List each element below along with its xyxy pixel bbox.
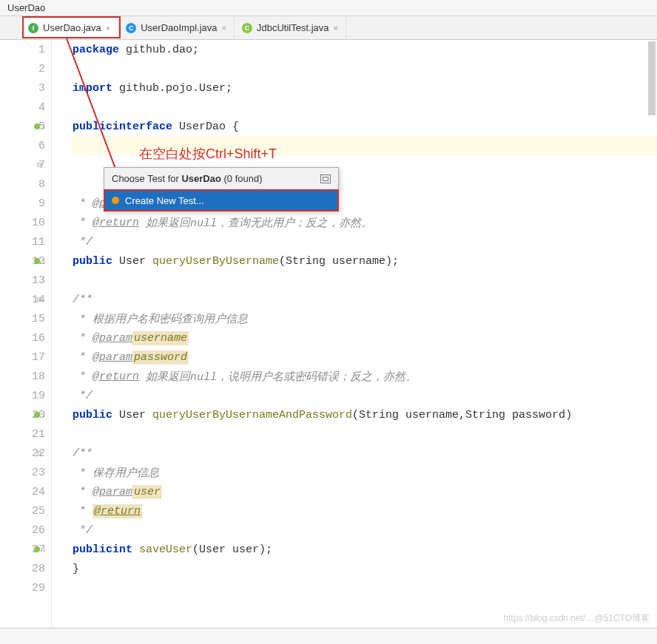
code-content[interactable]: package github.dao; import github.pojo.U… bbox=[52, 40, 657, 628]
method-name: queryUserByUsername bbox=[152, 255, 279, 268]
editor-tabs: I UserDao.java × C UserDaoImpl.java × C … bbox=[0, 16, 657, 40]
doc-tag: @param bbox=[92, 351, 132, 364]
comment: */ bbox=[73, 390, 92, 402]
code-text: (String username,String password) bbox=[352, 409, 572, 421]
tab-userdaoimpl[interactable]: C UserDaoImpl.java × bbox=[118, 18, 235, 38]
param-highlight: password bbox=[132, 350, 189, 365]
code-editor[interactable]: 1 2 3 4 5 6 7 8 9 10 11 12 13 14 15 16 1… bbox=[0, 40, 657, 628]
comment: * bbox=[73, 370, 92, 383]
tab-jdbcutiltest[interactable]: C JdbcUtilTest.java × bbox=[235, 18, 346, 38]
doc-tag: @param bbox=[92, 486, 132, 498]
keyword-public: public bbox=[73, 121, 112, 133]
keyword: public bbox=[73, 255, 112, 268]
annotation-text: 在空白处按Ctrl+Shift+T bbox=[139, 145, 277, 163]
comment: * 根据用户名和密码查询用户信息 bbox=[73, 312, 248, 326]
bullet-icon bbox=[112, 197, 119, 204]
comment: 如果返回null，查询无此用户；反之，亦然。 bbox=[139, 216, 372, 230]
popup-title-suffix: (0 found) bbox=[221, 173, 263, 184]
keyword-package: package bbox=[73, 44, 119, 56]
comment: * bbox=[73, 332, 92, 345]
param-highlight: user bbox=[132, 485, 162, 499]
create-new-test-item[interactable]: Create New Test... bbox=[104, 190, 338, 211]
comment: * bbox=[73, 197, 92, 210]
popup-title-prefix: Choose Test for bbox=[112, 173, 181, 184]
comment: */ bbox=[73, 236, 92, 248]
expand-icon[interactable] bbox=[320, 174, 331, 183]
close-icon[interactable]: × bbox=[222, 24, 226, 33]
tab-label: UserDaoImpl.java bbox=[141, 22, 217, 33]
tab-label: UserDao.java bbox=[43, 22, 101, 33]
watermark: https://blog.csdn.net/…@51CTO博客 bbox=[504, 612, 650, 625]
doc-tag: @return bbox=[92, 370, 139, 383]
popup-title: Choose Test for UserDao (0 found) bbox=[112, 173, 263, 184]
gutter: 1 2 3 4 5 6 7 8 9 10 11 12 13 14 15 16 1… bbox=[0, 40, 52, 628]
param-highlight: username bbox=[132, 331, 189, 345]
class-icon: C bbox=[126, 23, 136, 33]
method-name: saveUser bbox=[132, 543, 192, 556]
close-icon[interactable]: × bbox=[334, 24, 338, 33]
comment: /** bbox=[73, 294, 92, 306]
close-icon[interactable]: × bbox=[106, 24, 110, 33]
scrollbar-marker[interactable] bbox=[648, 41, 656, 115]
window-title: UserDao bbox=[0, 0, 657, 16]
popup-item-label: Create New Test... bbox=[125, 195, 204, 206]
doc-tag: @return bbox=[92, 217, 139, 229]
comment: 如果返回null，说明用户名或密码错误；反之，亦然。 bbox=[139, 370, 417, 384]
keyword: int bbox=[112, 543, 132, 556]
comment: * 保存用户信息 bbox=[73, 466, 159, 480]
comment: * bbox=[73, 505, 92, 518]
keyword-import: import bbox=[73, 82, 112, 95]
interface-icon: I bbox=[28, 23, 38, 33]
code-text: (User user); bbox=[192, 543, 272, 556]
test-class-icon: C bbox=[242, 23, 252, 33]
tab-userdao[interactable]: I UserDao.java × bbox=[21, 18, 118, 38]
code-text: User bbox=[112, 409, 152, 421]
comment: * bbox=[73, 217, 92, 229]
tab-label: JdbcUtilTest.java bbox=[257, 22, 329, 33]
popup-header: Choose Test for UserDao (0 found) bbox=[104, 168, 338, 190]
code-text: UserDao { bbox=[172, 121, 239, 133]
status-bar bbox=[0, 628, 657, 644]
code-text: github.dao; bbox=[119, 44, 199, 56]
code-text: (String username); bbox=[279, 255, 399, 268]
doc-tag: @return bbox=[92, 504, 142, 518]
keyword: public bbox=[73, 409, 112, 421]
choose-test-popup: Choose Test for UserDao (0 found) Create… bbox=[104, 167, 339, 211]
code-text: github.pojo.User; bbox=[112, 82, 232, 95]
popup-title-class: UserDao bbox=[181, 173, 220, 184]
comment: */ bbox=[73, 524, 92, 537]
method-name: queryUserByUsernameAndPassword bbox=[152, 409, 352, 421]
code-text: User bbox=[112, 255, 152, 268]
code-text: } bbox=[73, 563, 79, 575]
keyword: public bbox=[73, 543, 112, 556]
doc-tag: @param bbox=[92, 332, 132, 345]
comment: * bbox=[73, 351, 92, 364]
comment: * bbox=[73, 486, 92, 498]
keyword-interface: interface bbox=[112, 121, 172, 133]
comment: /** bbox=[73, 447, 92, 460]
